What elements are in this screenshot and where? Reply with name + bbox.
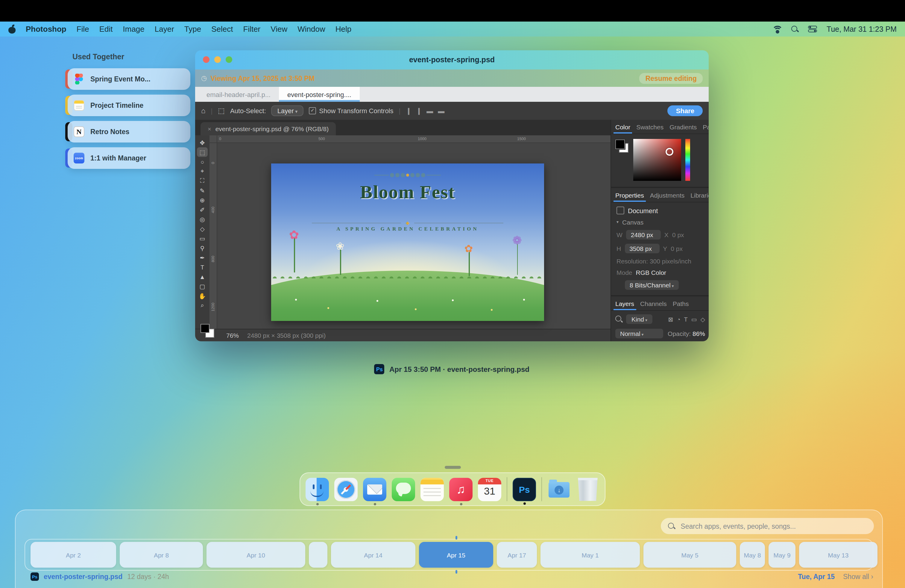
tab-properties[interactable]: Properties (612, 188, 647, 202)
document-checkbox[interactable] (616, 207, 624, 215)
zoom-tool[interactable]: ⌕ (197, 300, 208, 310)
distribute-vertical-icon[interactable]: ▬ (438, 107, 445, 114)
close-window-button[interactable] (203, 56, 210, 63)
control-center-icon[interactable] (808, 26, 817, 32)
timeline-file-link[interactable]: event-poster-spring.psd (44, 573, 122, 580)
brush-tool[interactable]: ✐ (197, 205, 208, 215)
zoom-level[interactable]: 76% (226, 332, 239, 339)
timeline-chip-may-8[interactable]: May 8 (740, 542, 765, 567)
spotlight-search-icon[interactable] (791, 25, 799, 33)
resume-editing-button[interactable]: Resume editing (640, 73, 703, 84)
layer-search-icon[interactable] (615, 316, 622, 323)
used-together-item-notion[interactable]: N Retro Notes (68, 121, 191, 143)
distribute-horizontal-icon[interactable]: ▬ (427, 107, 433, 114)
eyedropper-tool[interactable]: ✎ (197, 186, 208, 195)
used-together-item-notes[interactable]: Project Timeline (68, 95, 191, 116)
blend-mode-dropdown[interactable]: Normal (615, 329, 663, 338)
menu-filter[interactable]: Filter (243, 25, 261, 33)
used-together-item-zoom[interactable]: zoom 1:1 with Manager (68, 147, 191, 169)
path-select-tool[interactable]: ▲ (197, 272, 208, 281)
used-together-item-figma[interactable]: Spring Event Mo... (68, 68, 191, 90)
timeline-chip-may-1[interactable]: May 1 (540, 542, 640, 567)
tab-layers[interactable]: Layers (612, 296, 637, 310)
menu-app-name[interactable]: Photoshop (26, 25, 67, 33)
tab-gradients[interactable]: Gradients (667, 120, 700, 133)
dock-messages-icon[interactable] (392, 478, 415, 501)
show-transform-checkbox[interactable]: ✓ Show Transform Controls (309, 107, 393, 114)
align-left-edges-icon[interactable]: ❙ (406, 107, 411, 114)
timeline-chip-may-9[interactable]: May 9 (768, 542, 795, 567)
crop-tool[interactable]: ⛶ (197, 176, 208, 186)
move-tool[interactable]: ✥ (197, 138, 208, 147)
close-document-icon[interactable]: × (208, 126, 211, 132)
dock-downloads-icon[interactable]: ↓ (547, 478, 571, 501)
minimize-window-button[interactable] (214, 56, 221, 63)
tab-channels[interactable]: Channels (637, 296, 670, 310)
dock-mail-icon[interactable] (363, 478, 386, 501)
hue-slider[interactable] (685, 139, 690, 181)
menu-layer[interactable]: Layer (155, 25, 174, 33)
eraser-tool[interactable]: ◇ (197, 224, 208, 234)
timeline-chip-apr-10[interactable]: Apr 10 (206, 542, 305, 567)
opacity-control[interactable]: Opacity: 86% (668, 330, 705, 337)
home-icon[interactable]: ⌂ (201, 106, 206, 115)
align-horizontal-centers-icon[interactable]: ❙ (416, 107, 422, 114)
file-tab[interactable]: email-header-april.p... (198, 87, 279, 102)
dock-trash-icon[interactable] (576, 478, 599, 501)
timeline-chip-blank[interactable] (309, 542, 327, 567)
timeline-chip-may-5[interactable]: May 5 (643, 542, 736, 567)
bits-per-channel-dropdown[interactable]: 8 Bits/Channel (625, 280, 679, 290)
foreground-background-swatch[interactable] (615, 139, 629, 153)
share-button[interactable]: Share (668, 105, 703, 116)
pixel-layer-filter-icon[interactable]: ⊠ (668, 316, 673, 323)
show-all-link[interactable]: Show all › (843, 573, 873, 580)
drag-handle[interactable] (445, 466, 461, 469)
menu-select[interactable]: Select (211, 25, 233, 33)
timeline-chip-may-13[interactable]: May 13 (799, 542, 878, 567)
search-input[interactable] (680, 522, 867, 530)
zoom-window-button[interactable] (225, 56, 232, 63)
tab-color[interactable]: Color (612, 120, 633, 133)
menu-window[interactable]: Window (297, 25, 325, 33)
menu-bar-clock[interactable]: Tue, Mar 31 1:23 PM (827, 25, 897, 33)
timeline-chip-apr-2[interactable]: Apr 2 (30, 542, 116, 567)
dock-safari-icon[interactable] (334, 478, 358, 501)
marquee-preset-icon[interactable]: ⬚ (218, 106, 225, 115)
timeline-chip-apr-8[interactable]: Apr 8 (120, 542, 203, 567)
gradient-tool[interactable]: ▭ (197, 234, 208, 243)
tab-libraries[interactable]: Libraries (687, 188, 709, 202)
file-tab[interactable]: event-poster-spring.... (279, 87, 360, 102)
dock-notes-icon[interactable] (421, 478, 444, 501)
dock-music-icon[interactable]: ♫ (449, 478, 473, 501)
healing-brush-tool[interactable]: ⊕ (197, 195, 208, 205)
shape-layer-filter-icon[interactable]: ▭ (691, 316, 697, 323)
menu-file[interactable]: File (76, 25, 89, 33)
timeline-chip-apr-14[interactable]: Apr 14 (331, 542, 415, 567)
saturation-brightness-field[interactable] (633, 139, 681, 181)
timeline-chip-apr-17[interactable]: Apr 17 (497, 542, 537, 567)
menu-edit[interactable]: Edit (99, 25, 113, 33)
hand-tool[interactable]: ✋ (197, 291, 208, 300)
wifi-icon[interactable] (773, 26, 782, 32)
pen-tool[interactable]: ✒ (197, 253, 208, 262)
shape-tool[interactable]: ▢ (197, 281, 208, 291)
tab-swatches[interactable]: Swatches (633, 120, 667, 133)
timeline-search-field[interactable] (661, 518, 874, 534)
menu-view[interactable]: View (270, 25, 287, 33)
rect-marquee-tool[interactable]: ⬚ (197, 147, 208, 157)
apple-menu-icon[interactable] (8, 25, 16, 33)
tab-patterns[interactable]: Patterns (700, 120, 709, 133)
timeline-chip-apr-15[interactable]: Apr 15 (419, 542, 493, 567)
menu-type[interactable]: Type (184, 25, 201, 33)
dock-finder-icon[interactable] (306, 478, 329, 501)
window-title-bar[interactable]: event-poster-spring.psd (195, 50, 709, 70)
ellipse-marquee-tool[interactable]: ○ (197, 157, 208, 167)
dodge-tool[interactable]: ⚲ (197, 243, 208, 253)
type-tool[interactable]: T (197, 262, 208, 272)
width-field[interactable]: 2480 px (626, 230, 661, 240)
document-tab[interactable]: × event-poster-spring.psd @ 76% (RGB/8) (200, 122, 336, 135)
disclosure-triangle-icon[interactable]: ▾ (616, 220, 619, 224)
type-layer-filter-icon[interactable]: T (684, 316, 687, 323)
height-field[interactable]: 3508 px (625, 244, 659, 253)
auto-select-layer-dropdown[interactable]: Layer (272, 105, 304, 116)
